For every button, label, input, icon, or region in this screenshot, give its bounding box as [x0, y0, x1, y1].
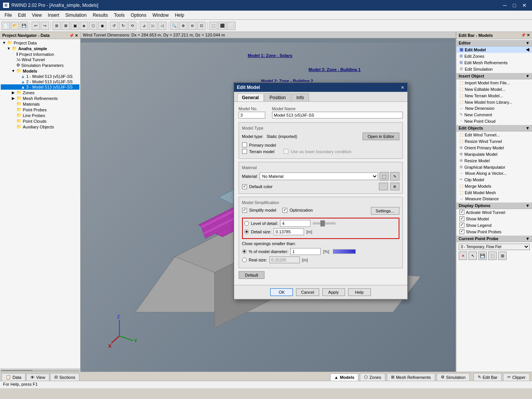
panel-merge-models[interactable]: ⬚ Merge Models: [456, 183, 532, 189]
tab-sections[interactable]: ⊟ Sections: [50, 373, 79, 381]
ok-button[interactable]: OK: [270, 288, 293, 296]
lower-boundary-checkbox[interactable]: [283, 149, 288, 154]
menu-tools[interactable]: Tools: [111, 12, 128, 19]
tree-line-probes[interactable]: 📁 Line Probes: [1, 112, 79, 118]
probe-settings-button[interactable]: ⊞: [498, 252, 507, 260]
toolbar-btn11[interactable]: ⟲: [128, 22, 136, 30]
viewport[interactable]: Wind Tunnel Dimensions: Dx = 284.653 m, …: [81, 32, 456, 372]
tree-sim-params[interactable]: ⚙ Simulation Parameters: [1, 62, 79, 68]
panel-edit-model[interactable]: ▣ Edit Model ◀: [456, 46, 532, 53]
material-edit-button[interactable]: ✎: [390, 172, 399, 180]
toolbar-btn7[interactable]: ⬡: [89, 22, 97, 30]
panel-show-probes[interactable]: Show Point Probes: [456, 228, 532, 235]
toolbar-btn10[interactable]: ↻: [119, 22, 127, 30]
panel-edit-zones[interactable]: ⊞ Edit Zones: [456, 53, 532, 59]
color-grid-button[interactable]: ⊞: [390, 183, 399, 190]
probe-save-button[interactable]: 💾: [478, 252, 487, 260]
menu-help[interactable]: Help: [172, 12, 187, 19]
toolbar-open[interactable]: 📂: [11, 22, 19, 30]
tree-point-clouds[interactable]: 📁 Point Clouds: [1, 118, 79, 124]
menu-file[interactable]: File: [2, 12, 15, 19]
tree-materials[interactable]: 📁 Materials: [1, 101, 79, 107]
panel-measure-distance[interactable]: ↔ Measure Distance: [456, 196, 532, 202]
model-name-input[interactable]: [272, 112, 403, 119]
show-model-checkbox[interactable]: [459, 216, 464, 221]
tree-wind-tunnel[interactable]: 🌬 Wind Tunnel: [1, 57, 79, 62]
toolbar-btn9[interactable]: ↺: [110, 22, 118, 30]
panel-edit-mesh-model[interactable]: ⬚ Edit Model Mesh: [456, 189, 532, 196]
model-no-input[interactable]: [239, 112, 265, 119]
toolbar-view3[interactable]: ⬜: [227, 22, 236, 30]
toolbar-zoom2[interactable]: ⊕: [179, 22, 187, 30]
tree-project-data[interactable]: ▼ 📁 Project Data: [1, 40, 79, 46]
toolbar-btn6[interactable]: ◈: [80, 22, 88, 30]
panel-edit-simulation[interactable]: ⚙ Edit Simulation: [456, 66, 532, 72]
activate-wind-checkbox[interactable]: [459, 210, 464, 215]
panel-new-editable[interactable]: ⬚ New Editable Model...: [456, 86, 532, 92]
panel-show-legend[interactable]: Show Legend: [456, 222, 532, 228]
tree-zones[interactable]: ▶ 📁 Zones: [1, 90, 79, 95]
close-button[interactable]: ✕: [520, 2, 529, 8]
panel-manipulate-model[interactable]: ⊕ Manipulate Model: [456, 151, 532, 157]
menu-results[interactable]: Results: [90, 12, 111, 19]
panel-activate-wind[interactable]: Activate Wind Tunnel: [456, 209, 532, 215]
dialog-tab-info[interactable]: Info: [291, 93, 309, 101]
level-detail-slider[interactable]: [313, 222, 336, 225]
toolbar-btn3[interactable]: ⊞: [52, 22, 61, 30]
pct-diameter-radio[interactable]: [242, 249, 247, 254]
minimize-button[interactable]: ─: [501, 2, 509, 8]
toolbar-zoom3[interactable]: ⊖: [188, 22, 196, 30]
simplify-checkbox[interactable]: [242, 207, 247, 212]
toolbar-btn12[interactable]: ⊿: [140, 22, 148, 30]
menu-edit[interactable]: Edit: [15, 12, 29, 19]
help-button[interactable]: Help: [348, 288, 371, 296]
panel-edit-mesh[interactable]: ⊞ Edit Mesh Refinements: [456, 59, 532, 66]
tree-point-probes[interactable]: 📁 Point Probes: [1, 107, 79, 112]
panel-new-point-cloud[interactable]: ⁘ New Point Cloud: [456, 118, 532, 124]
real-size-input[interactable]: [269, 256, 300, 263]
tree-models[interactable]: ▼ 📁 Models: [1, 68, 79, 74]
settings-button[interactable]: Settings...: [371, 207, 399, 215]
tab-data[interactable]: 📋 Data: [2, 373, 25, 381]
probe-select[interactable]: 0 - Temporary, Flow Fiel: [459, 244, 530, 250]
toolbar-save[interactable]: 💾: [20, 22, 28, 30]
panel-graphical-manip[interactable]: ⊕ Graphical Manipulator: [456, 164, 532, 170]
show-legend-checkbox[interactable]: [459, 223, 464, 228]
menu-insert[interactable]: Insert: [45, 12, 62, 19]
dialog-tab-position[interactable]: Position: [264, 93, 291, 101]
toolbar-btn13[interactable]: ▷: [149, 22, 157, 30]
toolbar-zoom4[interactable]: ⊡: [197, 22, 206, 30]
tree-model-1[interactable]: ▲ 1 - Model 513 (v5)JiF-SS: [1, 74, 79, 79]
panel-resize-model[interactable]: ⊕ Resize Model: [456, 157, 532, 164]
material-copy-button[interactable]: ⬚: [380, 172, 389, 180]
toolbar-zoom1[interactable]: 🔍: [170, 22, 178, 30]
real-size-radio[interactable]: [242, 258, 247, 262]
tree-project-info[interactable]: ℹ Project Information: [1, 51, 79, 57]
toolbar-view2[interactable]: ⬛: [218, 22, 226, 30]
tree-model-2[interactable]: ▲ 2 - Model 513 (v5)JiF-SS: [1, 79, 79, 84]
panel-new-library[interactable]: ⬚ New Model from Library...: [456, 99, 532, 105]
optimization-checkbox[interactable]: [282, 207, 287, 212]
detail-size-input[interactable]: [274, 228, 304, 235]
panel-orient-primary[interactable]: ⊕ Orient Primary Model: [456, 144, 532, 151]
toolbar-redo[interactable]: ↪: [41, 22, 49, 30]
show-probes-checkbox[interactable]: [459, 229, 464, 234]
probe-cursor-button[interactable]: ↖: [469, 252, 477, 260]
toolbar-new[interactable]: 📄: [2, 22, 10, 30]
open-in-editor-button[interactable]: Open in Editor: [363, 133, 399, 140]
panel-new-comment[interactable]: ✎ New Comment: [456, 111, 532, 118]
menu-simulation[interactable]: Simulation: [62, 12, 90, 19]
toolbar-btn5[interactable]: ▣: [71, 22, 79, 30]
primary-model-checkbox[interactable]: [242, 142, 247, 147]
panel-move-along[interactable]: → Move Along a Vector...: [456, 170, 532, 176]
tab-models[interactable]: ▲ Models: [330, 374, 359, 381]
panel-clip-model[interactable]: ✂ Clip Model: [456, 176, 532, 183]
pct-diameter-input[interactable]: [290, 248, 321, 255]
panel-show-model[interactable]: Show Model: [456, 215, 532, 222]
probe-copy-button[interactable]: ⬚: [488, 252, 497, 260]
tree-aux-objects[interactable]: 📁 Auxiliary Objects: [1, 124, 79, 130]
dialog-tab-general[interactable]: General: [237, 93, 264, 101]
default-color-checkbox[interactable]: [242, 184, 247, 189]
material-select[interactable]: No Material: [260, 173, 378, 180]
dialog-close-button[interactable]: ×: [401, 84, 404, 90]
